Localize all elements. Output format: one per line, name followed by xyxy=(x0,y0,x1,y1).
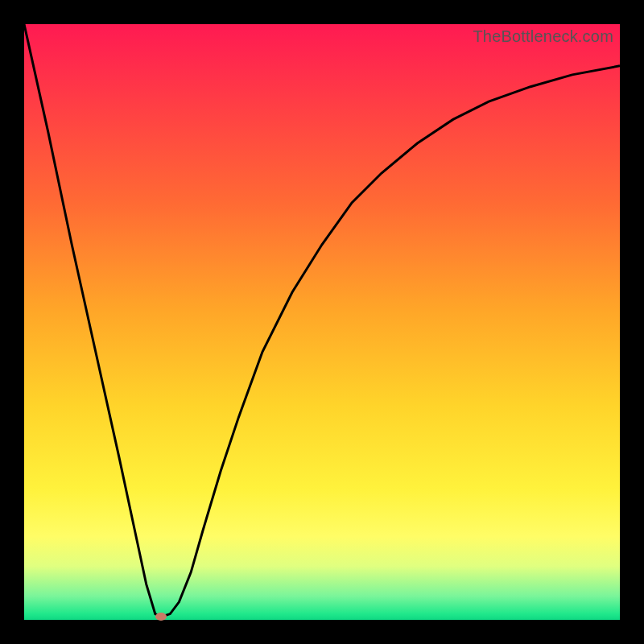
chart-frame: TheBottleneck.com xyxy=(0,0,644,644)
plot-area: TheBottleneck.com xyxy=(24,24,620,620)
bottleneck-curve xyxy=(24,24,620,620)
curve-path xyxy=(24,24,620,617)
optimal-point-marker xyxy=(155,613,167,621)
